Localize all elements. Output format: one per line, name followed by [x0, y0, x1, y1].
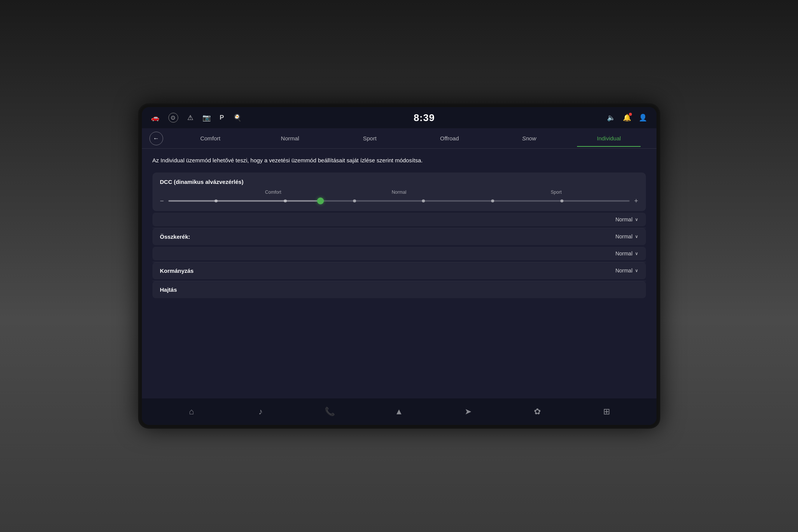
- slider-dot-1: [215, 199, 218, 202]
- dashboard-background: 🚗 ⊙ ⚠ 📷 P 🍳 8:39 🔈 🔔 👤 ←: [0, 0, 798, 532]
- slider-label-normal: Normal: [392, 190, 406, 195]
- setting-row-osszkherek-value[interactable]: Normal ∨: [152, 247, 646, 260]
- tab-snow[interactable]: Snow: [489, 130, 569, 147]
- chevron-down-icon: ∨: [635, 217, 638, 222]
- clock: 8:39: [414, 112, 435, 124]
- profile-globe-icon[interactable]: 👤: [639, 114, 647, 122]
- setting-value-dcc: Normal ∨: [615, 216, 638, 222]
- osszkherek-value: Normal ∨: [615, 233, 638, 240]
- kormanzas-value: Normal ∨: [615, 268, 638, 274]
- tab-sport[interactable]: Sport: [330, 130, 410, 147]
- nav-phone[interactable]: 📞: [322, 403, 338, 420]
- nav-home[interactable]: ⌂: [183, 403, 200, 420]
- slider-fill: [168, 200, 320, 202]
- nav-apps-alt[interactable]: ✿: [529, 403, 546, 420]
- driver-settings-icon[interactable]: 🍳: [233, 114, 241, 122]
- nav-navigation[interactable]: ▲: [390, 403, 407, 420]
- slider-minus-button[interactable]: −: [160, 197, 164, 205]
- bottom-nav: ⌂ ♪ 📞 ▲ ➤ ✿ ⊞: [142, 398, 656, 425]
- slider-label-comfort: Comfort: [265, 190, 282, 195]
- chevron-down-icon-2: ∨: [635, 251, 638, 256]
- osszkherek-value-text: Normal: [615, 233, 632, 240]
- setting-row-kormanzas[interactable]: Kormányzás Normal ∨: [152, 262, 646, 279]
- slider-track[interactable]: [168, 200, 630, 202]
- slider-dot-4: [422, 199, 425, 202]
- status-icons-left: 🚗 ⊙ ⚠ 📷 P 🍳: [151, 113, 241, 123]
- nav-grid[interactable]: ⊞: [598, 403, 615, 420]
- slider-dot-5: [491, 199, 494, 202]
- description-text: Az Individual üzemmód lehetővé teszi, ho…: [152, 156, 425, 165]
- back-button[interactable]: ←: [149, 132, 163, 145]
- slider-plus-button[interactable]: +: [634, 197, 638, 205]
- warning-icon[interactable]: ⚠: [187, 114, 193, 122]
- nav-music[interactable]: ♪: [252, 403, 269, 420]
- nav-location[interactable]: ➤: [460, 403, 476, 420]
- slider-thumb[interactable]: [317, 198, 324, 204]
- cruise-control-icon[interactable]: ⊙: [168, 113, 178, 123]
- dcc-title: DCC (dinamikus alvázvezérlés): [160, 179, 638, 185]
- slider-labels-wrapper: Comfort Normal Sport: [160, 190, 638, 196]
- slider-container: − +: [160, 197, 638, 205]
- status-icons-right: 🔈 🔔 👤: [607, 114, 647, 122]
- slider-dot-6: [560, 199, 563, 202]
- camera-icon[interactable]: 📷: [202, 114, 211, 122]
- parking-icon[interactable]: P: [220, 114, 224, 121]
- screen-bezel: 🚗 ⊙ ⚠ 📷 P 🍳 8:39 🔈 🔔 👤 ←: [138, 103, 660, 429]
- tab-normal[interactable]: Normal: [250, 130, 330, 147]
- notification-icon[interactable]: 🔔: [623, 114, 631, 122]
- kormanzas-chevron-icon: ∨: [635, 268, 638, 273]
- slider-dot-2: [284, 199, 287, 202]
- tab-individual[interactable]: Individual: [569, 130, 649, 147]
- volume-icon[interactable]: 🔈: [607, 114, 615, 122]
- kormanzas-value-text: Normal: [615, 268, 632, 274]
- screen: 🚗 ⊙ ⚠ 📷 P 🍳 8:39 🔈 🔔 👤 ←: [142, 107, 656, 425]
- dcc-section: DCC (dinamikus alvázvezérlés) Comfort No…: [152, 173, 646, 211]
- setting-row-hajtas[interactable]: Hajtás: [152, 281, 646, 298]
- kormanzas-label: Kormányzás: [160, 268, 194, 274]
- main-content: Az Individual üzemmód lehetővé teszi, ho…: [142, 149, 656, 398]
- setting-value-text: Normal: [615, 216, 632, 222]
- slider-label-sport: Sport: [551, 190, 562, 195]
- back-arrow-icon: ←: [153, 135, 159, 142]
- car-icon[interactable]: 🚗: [151, 114, 159, 122]
- tabs-row: ← Comfort Normal Sport Offroad Snow Indi…: [142, 128, 656, 149]
- status-bar: 🚗 ⊙ ⚠ 📷 P 🍳 8:39 🔈 🔔 👤: [142, 107, 656, 128]
- setting-row-osszkherek[interactable]: Összkerék: Normal ∨: [152, 228, 646, 245]
- tab-offroad[interactable]: Offroad: [410, 130, 490, 147]
- slider-dot-3: [353, 199, 356, 202]
- osszkherek-value-text-2: Normal: [615, 250, 632, 257]
- hajtas-label: Hajtás: [160, 286, 177, 293]
- setting-row-dcc-value[interactable]: Normal ∨: [152, 213, 646, 226]
- osszkherek-label: Összkerék:: [160, 233, 190, 240]
- osszkherek-chevron-icon: ∨: [635, 234, 638, 239]
- osszkherek-value-2: Normal ∨: [615, 250, 638, 257]
- tab-comfort[interactable]: Comfort: [171, 130, 250, 147]
